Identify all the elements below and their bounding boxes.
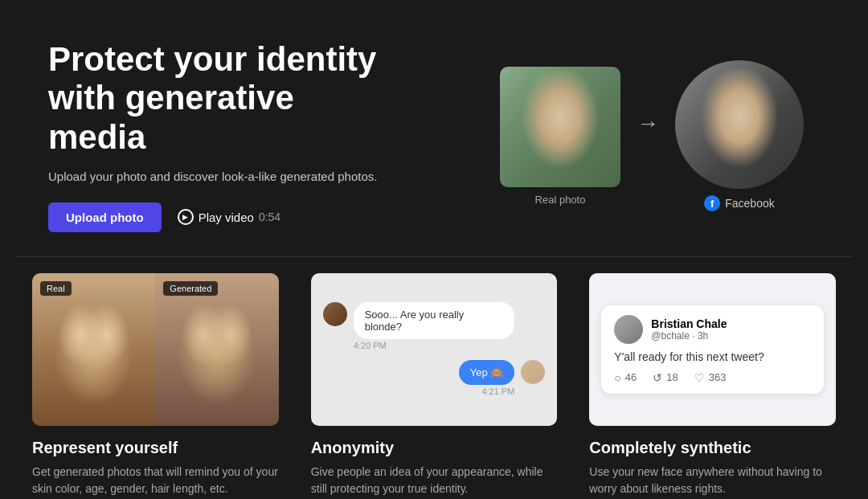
feature-anonymity-title: Anonymity: [311, 439, 558, 457]
chat-group-1: Sooo... Are you really blonde? 4:20 PM: [323, 302, 546, 350]
heart-icon: ♡: [694, 371, 705, 384]
feature-anonymity: Sooo... Are you really blonde? 4:20 PM Y…: [295, 265, 574, 499]
tweet-handle: @bchale: [651, 330, 690, 342]
tweet-user-info: Bristian Chale @bchale · 3h: [651, 317, 727, 342]
feature-anonymity-desc: Give people an idea of your appearance, …: [311, 464, 558, 497]
feature-represent-desc: Get generated photos that will remind yo…: [32, 464, 279, 497]
feature-synthetic-visual: Bristian Chale @bchale · 3h Y'all ready …: [589, 273, 836, 426]
hero-right: Real photo → f Facebook: [500, 60, 820, 211]
comment-icon: ○: [614, 371, 620, 384]
chat-message-received: Sooo... Are you really blonde?: [323, 302, 546, 339]
generated-photo-container: f Facebook: [675, 60, 804, 211]
hero-section: Protect your identity with generative me…: [0, 0, 868, 256]
facebook-label: Facebook: [725, 197, 774, 210]
facebook-label-container: f Facebook: [704, 195, 774, 211]
feature-synthetic-title: Completely synthetic: [589, 439, 836, 457]
hero-left: Protect your identity with generative me…: [48, 40, 386, 232]
real-photo-image: [500, 67, 620, 187]
hero-subtitle: Upload your photo and discover look-a-li…: [48, 170, 386, 183]
feature-synthetic: Bristian Chale @bchale · 3h Y'all ready …: [573, 265, 852, 499]
feature-anonymity-visual: Sooo... Are you really blonde? 4:20 PM Y…: [311, 273, 558, 426]
tweet-panel: Bristian Chale @bchale · 3h Y'all ready …: [589, 273, 836, 426]
facebook-icon: f: [704, 195, 720, 211]
feature-represent-visual: Real Generated: [32, 273, 279, 426]
chat-time-1: 4:20 PM: [323, 341, 546, 350]
feature-synthetic-desc: Use your new face anywhere without havin…: [589, 464, 836, 497]
chat-avatar-receiver: [521, 360, 545, 384]
video-duration: 0:54: [259, 211, 280, 223]
tweet-likes-count: 363: [709, 371, 727, 383]
chat-panel: Sooo... Are you really blonde? 4:20 PM Y…: [311, 273, 558, 426]
feature-represent: Real Generated Represent yourself Get ge…: [16, 265, 295, 499]
tweet-card: Bristian Chale @bchale · 3h Y'all ready …: [601, 305, 824, 394]
tweet-time: 3h: [698, 330, 708, 342]
tweet-comments-count: 46: [625, 371, 637, 383]
tweet-comments-action: ○ 46: [614, 371, 637, 384]
chat-group-2: Yep 🙈 4:21 PM: [323, 360, 546, 396]
arrow-icon: →: [637, 111, 659, 137]
play-video-button[interactable]: ▶ Play video 0:54: [178, 209, 280, 225]
play-video-label: Play video: [199, 211, 254, 224]
chat-bubble-1: Sooo... Are you really blonde?: [354, 302, 514, 339]
chat-message-sent: Yep 🙈: [323, 360, 546, 385]
generated-photo-image: [675, 60, 804, 189]
features-section: Real Generated Represent yourself Get ge…: [0, 265, 868, 499]
tweet-actions: ○ 46 ↺ 18 ♡ 363: [614, 371, 811, 384]
section-divider: [16, 256, 852, 257]
tweet-avatar: [614, 315, 643, 344]
tweet-retweets-action: ↺ 18: [653, 371, 678, 384]
retweet-icon: ↺: [653, 371, 662, 384]
tweet-retweets-count: 18: [666, 371, 678, 383]
face-panel-real: Real: [32, 273, 155, 426]
real-photo-container: Real photo: [500, 67, 620, 206]
hero-actions: Upload photo ▶ Play video 0:54: [48, 202, 386, 232]
chat-bubble-2: Yep 🙈: [459, 360, 515, 385]
tweet-likes-action: ♡ 363: [694, 371, 727, 384]
feature-represent-title: Represent yourself: [32, 439, 279, 457]
tweet-header: Bristian Chale @bchale · 3h: [614, 315, 811, 344]
faces-panel: Real Generated: [32, 273, 279, 426]
real-photo-label: Real photo: [535, 194, 586, 206]
chat-avatar-sender: [323, 302, 347, 326]
chat-time-2: 4:21 PM: [323, 387, 546, 396]
badge-real: Real: [40, 281, 72, 296]
tweet-dot: ·: [692, 330, 698, 342]
tweet-handle-time: @bchale · 3h: [651, 330, 727, 342]
badge-generated: Generated: [163, 281, 218, 296]
tweet-name: Bristian Chale: [651, 317, 727, 330]
play-icon: ▶: [178, 209, 194, 225]
face-panel-generated: Generated: [155, 273, 278, 426]
upload-photo-button[interactable]: Upload photo: [48, 202, 162, 232]
tweet-text: Y'all ready for this next tweet?: [614, 350, 811, 363]
hero-title: Protect your identity with generative me…: [48, 40, 386, 157]
